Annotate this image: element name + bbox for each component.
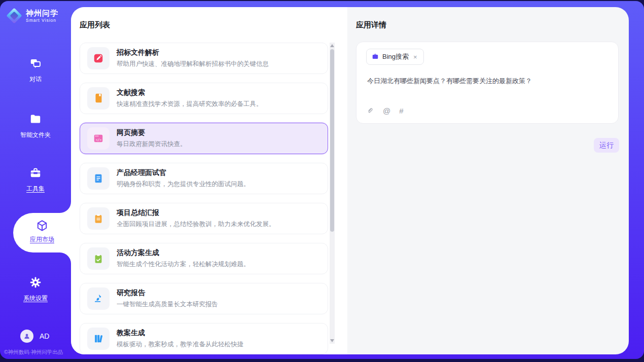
scroll-down-icon[interactable] [330,338,335,344]
list-item[interactable]: 文献搜索 快速精准查找学术资源，提高研究效率的必备工具。 [80,83,328,114]
list-item[interactable]: 招标文件解析 帮助用户快速、准确地理解和解析招标书中的关键信息 [80,43,328,74]
app-desc: 模板驱动，教案秒成，教学准备从此轻松快捷 [117,340,243,349]
app-icon-tile [87,287,110,310]
scrollbar[interactable] [330,43,335,344]
microscope-icon [93,293,104,304]
scroll-up-icon[interactable] [330,43,335,49]
sidebar-item-smart-folder[interactable]: 智能文件夹 [0,113,71,139]
content-area: 应用列表 招标文件解析 帮助用户快速、准确地理解和解析招标书中的关键信息 [71,7,629,354]
book-icon [93,93,104,104]
query-input[interactable]: 今日湖北有哪些新闻要点？有哪些需要关注的最新政策？ [367,77,608,86]
list-item-selected[interactable]: </> 网页摘要 每日政府新闻资讯快查。 [80,123,328,154]
sidebar: 神州问学 Smart Vision 对话 智能文件夹 [0,1,71,359]
books-icon [93,333,104,344]
sidebar-item-app-market[interactable]: 应用市场 [13,213,71,252]
scrollbar-thumb[interactable] [330,49,334,232]
hash-icon[interactable]: # [399,106,403,115]
paperclip-icon[interactable] [366,106,374,115]
app-title: 研究报告 [117,288,218,298]
tool-tag-label: Bing搜索 [382,52,409,61]
sidebar-item-label: 工具集 [0,185,71,193]
app-desc: 每日政府新闻资讯快查。 [117,140,187,149]
gear-icon [29,276,42,289]
person-icon [23,332,31,340]
chat-icon [29,57,42,70]
notch-curve-bottom [60,252,71,264]
sidebar-item-toolset[interactable]: 工具集 [0,166,71,193]
app-desc: 智能生成个性化活动方案，轻松解决规划难题。 [117,260,250,269]
svg-text:</>: </> [96,138,102,142]
sidebar-item-label: 系统设置 [0,294,71,303]
browser-code-icon: </> [93,133,104,144]
app-title: 招标文件解析 [117,48,269,57]
folder-icon [29,113,42,126]
clipboard-check-icon [93,253,104,264]
sidebar-item-label: 应用市场 [13,235,71,244]
clipboard-icon [93,213,104,224]
app-title: 项目总结汇报 [117,208,275,218]
list-item[interactable]: 教案生成 模板驱动，教案秒成，教学准备从此轻松快捷 [80,323,328,354]
brand-logo: 神州问学 Smart Vision [7,8,58,23]
app-icon-tile [87,87,110,110]
app-icon-tile [87,328,110,350]
app-window: 神州问学 Smart Vision 对话 智能文件夹 [0,1,644,359]
app-title: 活动方案生成 [117,248,250,258]
close-icon[interactable]: × [412,53,418,61]
app-desc: 明确身份和职责，为您提供专业性的面试问题。 [117,180,250,189]
list-item[interactable]: 研究报告 一键智能生成高质量长文本研究报告 [80,283,328,314]
app-list: 招标文件解析 帮助用户快速、准确地理解和解析招标书中的关键信息 文献搜索 快速精… [80,43,328,354]
brand-subtitle: Smart Vision [26,18,58,23]
user-name: AD [40,332,49,340]
pen-square-icon [93,53,104,64]
sidebar-item-label: 对话 [0,75,71,84]
app-title: 网页摘要 [117,128,187,137]
app-desc: 全面回顾项目进展，总结经验教训，助力未来优化发展。 [117,220,275,229]
sidebar-item-label: 智能文件夹 [0,131,71,139]
app-icon-tile [87,247,110,270]
brand-name: 神州问学 [26,9,58,17]
app-desc: 帮助用户快速、准确地理解和解析招标书中的关键信息 [117,60,269,68]
prompt-card: Bing搜索 × 今日湖北有哪些新闻要点？有哪些需要关注的最新政策？ @ # [356,42,619,124]
cube-icon [35,219,49,232]
app-icon-tile [87,47,110,69]
run-button[interactable]: 运行 [594,138,619,153]
document-icon [93,173,104,184]
toolbox-icon [29,166,42,179]
app-list-panel: 应用列表 招标文件解析 帮助用户快速、准确地理解和解析招标书中的关键信息 [71,7,347,354]
at-icon[interactable]: @ [383,106,390,115]
app-title: 产品经理面试官 [117,168,250,177]
list-item[interactable]: 产品经理面试官 明确身份和职责，为您提供专业性的面试问题。 [80,163,328,194]
app-list-title: 应用列表 [80,20,110,30]
app-desc: 快速精准查找学术资源，提高研究效率的必备工具。 [117,100,263,108]
app-detail-title: 应用详情 [356,20,386,30]
app-detail-panel: 应用详情 Bing搜索 × 今日湖北有哪些新闻要点？有哪些需要关注的最新政策？ [347,7,629,354]
tool-tag[interactable]: Bing搜索 × [366,49,424,65]
user-account[interactable]: AD [20,330,49,343]
notch-curve-top [60,202,71,213]
app-icon-tile: </> [87,127,110,150]
app-title: 文献搜索 [117,88,263,97]
copyright-text: ©神州数码·神州问学出品 [4,349,63,356]
app-desc: 一键智能生成高质量长文本研究报告 [117,300,218,309]
avatar [20,330,33,343]
sidebar-item-settings[interactable]: 系统设置 [0,276,71,303]
briefcase-icon [372,53,379,60]
app-title: 教案生成 [117,329,243,338]
input-toolbar: @ # [366,106,404,115]
list-item[interactable]: 项目总结汇报 全面回顾项目进展，总结经验教训，助力未来优化发展。 [80,203,328,234]
sidebar-item-chat[interactable]: 对话 [0,57,71,84]
app-icon-tile [87,207,110,230]
list-item[interactable]: 活动方案生成 智能生成个性化活动方案，轻松解决规划难题。 [80,243,328,274]
app-icon-tile [87,167,110,190]
brand-diamond-icon [7,8,22,23]
